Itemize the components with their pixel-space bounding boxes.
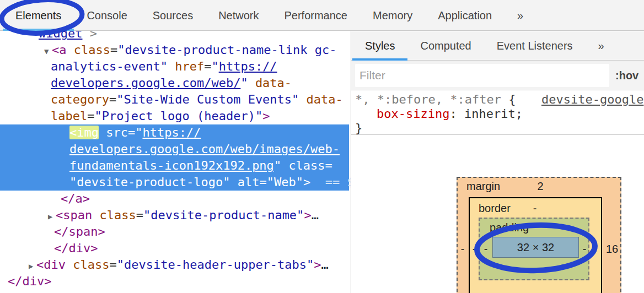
code-token [99, 126, 106, 139]
dom-tree-row[interactable]: </span> [0, 224, 349, 240]
dom-tree-row[interactable]: </a> [0, 191, 349, 207]
dom-tree-row[interactable]: developers.google.com/web/images/web- [0, 141, 349, 158]
code-token: = [136, 208, 143, 222]
dom-tree-row[interactable]: ▼<a class="devsite-product-name-link gc- [0, 42, 349, 58]
code-token: = [87, 109, 94, 123]
code-token: href [175, 59, 204, 73]
code-token: = [204, 59, 211, 73]
code-token: = [325, 159, 332, 172]
toggle-element-state-button[interactable]: :hov [611, 61, 644, 90]
box-model-diagram: margin 2 border - padding 32 × 32 - - - … [457, 177, 621, 293]
sidebar-tab-styles[interactable]: Styles [352, 31, 407, 60]
box-model-margin-top-value[interactable]: 2 [524, 180, 557, 192]
code-token: data- [255, 76, 292, 90]
code-token: = [128, 126, 135, 139]
code-token: <span [56, 208, 99, 222]
dom-tree-row[interactable]: </div> [0, 240, 349, 257]
code-token: > [314, 258, 321, 272]
css-property-value[interactable]: inherit [464, 107, 516, 121]
tab-sources[interactable]: Sources [140, 0, 206, 30]
box-model-padding-box[interactable]: padding 32 × 32 [479, 218, 589, 280]
box-model-border-left-value[interactable]: - [470, 243, 479, 255]
tab-console[interactable]: Console [74, 0, 139, 30]
elements-dom-tree-panel: widget >▼<a class="devsite-product-name-… [0, 31, 351, 293]
code-token: <div [36, 258, 73, 272]
code-token: src [106, 126, 128, 139]
active-tab-underline [352, 58, 407, 61]
code-token: "devsite-header-upper-tabs" [117, 258, 314, 272]
sidebar-tab-more[interactable]: » [586, 31, 617, 60]
code-token: " [135, 126, 142, 139]
devtools-main-area: widget >▼<a class="devsite-product-name-… [0, 31, 644, 293]
styles-filter-input[interactable] [355, 64, 609, 87]
box-model-margin-label: margin [466, 180, 500, 192]
code-token: https:// [142, 126, 201, 139]
collapsed-arrow-icon[interactable]: ▶ [29, 258, 36, 274]
code-token: = [109, 258, 116, 272]
code-token: alt [238, 175, 260, 189]
dom-tree-row[interactable]: ▶<span class="devsite-product-name">… [0, 207, 349, 224]
code-token: > [303, 175, 310, 189]
code-token: </div> [54, 241, 98, 255]
box-model-border-top-value[interactable]: - [518, 202, 551, 214]
code-token: category [51, 93, 109, 106]
sidebar-tab-event-listeners[interactable]: Event Listeners [484, 31, 586, 60]
code-token: "Project logo (header)" [94, 109, 262, 123]
css-declaration[interactable]: box-sizing: inherit; [351, 107, 644, 121]
dom-tree-row[interactable]: fundamentals-icon192x192.png" class= [0, 158, 349, 174]
dom-tree-row[interactable]: <img src="https:// [0, 124, 349, 141]
dom-tree-row[interactable]: ▶<div class="devsite-header-upper-tabs">… [0, 257, 349, 273]
code-token: widget [39, 31, 82, 40]
code-token: class [288, 159, 325, 172]
code-token: … [312, 208, 319, 222]
styles-tab-strip: StylesComputedEvent Listeners» [351, 31, 644, 61]
code-token: </span> [54, 225, 105, 238]
code-token: class [74, 43, 110, 57]
dom-tree-row[interactable]: </div> [0, 273, 349, 290]
code-token: > [262, 109, 270, 123]
expanded-arrow-icon[interactable]: ▼ [44, 43, 52, 59]
dom-tree-row[interactable]: widget > [0, 31, 349, 42]
devtools-main-toolbar: ElementsConsoleSourcesNetworkPerformance… [0, 0, 644, 31]
code-token: "devsite-product-logo" [69, 175, 230, 189]
code-token: = [109, 93, 116, 106]
css-open-brace: { [508, 93, 516, 106]
tab-network[interactable]: Network [206, 0, 271, 30]
dom-tree-row[interactable]: label="Project logo (header)"> [0, 108, 349, 124]
code-token: class [99, 208, 136, 222]
box-model-padding-left-value[interactable]: - [481, 243, 490, 255]
code-token: label [51, 109, 87, 123]
code-token: " [274, 159, 289, 172]
dom-tree-row[interactable]: category="Site-Wide Custom Events" data- [0, 91, 349, 108]
box-model-content-box[interactable]: 32 × 32 [492, 237, 579, 258]
code-token: </a> [61, 192, 90, 205]
code-token: <a [52, 43, 74, 57]
dom-tree-row[interactable]: analytics-event" href="https:// [0, 58, 349, 75]
box-model-padding-label: padding [490, 221, 529, 234]
sidebar-tab-computed[interactable]: Computed [407, 31, 484, 60]
code-token: </div> [8, 274, 51, 288]
box-model-padding-right-value[interactable]: - [580, 243, 589, 255]
tab-application[interactable]: Application [425, 0, 505, 30]
css-property-name[interactable]: box-sizing [377, 107, 449, 121]
css-rule-selector[interactable]: *, *:before, *:after [355, 93, 508, 106]
code-token [230, 175, 237, 189]
css-rule: *, *:before, *:after { devsite-google bo… [351, 90, 644, 135]
tab-more[interactable]: » [505, 0, 536, 30]
css-close-brace: } [355, 121, 362, 135]
styles-sidebar-panel: StylesComputedEvent Listeners» :hov *, *… [351, 31, 644, 293]
box-model-margin-right-value[interactable]: 16 [601, 243, 623, 255]
tab-memory[interactable]: Memory [360, 0, 425, 30]
stylesheet-source-link[interactable]: devsite-google [541, 93, 643, 107]
tab-performance[interactable]: Performance [272, 0, 361, 30]
code-token: … [321, 258, 329, 272]
collapsed-arrow-icon[interactable]: ▶ [48, 208, 56, 225]
box-model-margin-left-value[interactable]: - [458, 243, 467, 255]
tab-elements[interactable]: Elements [3, 0, 74, 30]
styles-filter-toolbar: :hov [351, 61, 644, 90]
dom-tree-row[interactable]: "devsite-product-logo" alt="Web"> == $ [0, 174, 349, 191]
dom-tree-row[interactable]: developers.google.com/web/" data- [0, 75, 349, 91]
code-token: <img [69, 126, 99, 139]
code-token: analytics-event" [51, 59, 168, 73]
code-token: "devsite-product-name" [143, 208, 304, 222]
